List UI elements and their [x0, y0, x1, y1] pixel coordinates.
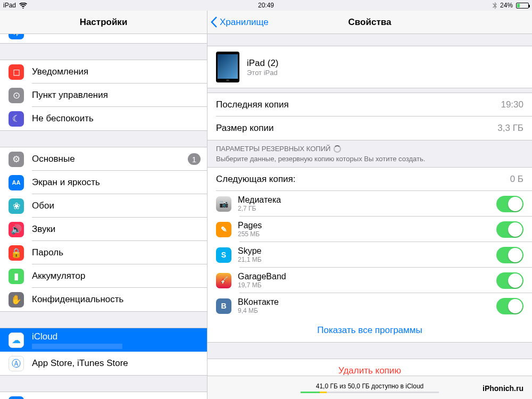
device-row: iPad (2) Этот iPad [207, 46, 532, 88]
last-backup-label: Последняя копия [216, 99, 501, 110]
storage-text: 41,0 ГБ из 50,0 ГБ доступно в iCloud [316, 383, 424, 390]
spinner-icon [334, 145, 341, 153]
back-label: Хранилище [220, 17, 269, 28]
app-name: Skype [238, 246, 496, 256]
app-name: GarageBand [238, 272, 496, 281]
sidebar-item-passcode[interactable]: 🔒 Пароль [0, 241, 207, 264]
row-last-backup: Последняя копия 19:30 [207, 93, 532, 117]
status-device: iPad [3, 2, 16, 9]
status-time: 20:49 [258, 2, 274, 9]
sidebar-item-general[interactable]: ⚙ Основные 1 [0, 147, 207, 171]
battery-icon: ▮ [9, 269, 24, 284]
toggle-switch[interactable] [496, 196, 523, 212]
sidebar-item-label: App Store, iTunes Store [32, 358, 207, 369]
status-bar: iPad 20:49 24% [0, 0, 532, 11]
control-center-icon: ⊙ [9, 88, 24, 103]
app-row: 🎸GarageBand19,7 МБ [207, 268, 532, 293]
size-label: Размер копии [216, 123, 497, 134]
row-next-backup: Следующая копия: 0 Б [207, 168, 532, 191]
sidebar-item-label: Bluetooth [32, 34, 180, 37]
show-all-apps-button[interactable]: Показать все программы [207, 319, 532, 342]
badge-count: 1 [188, 153, 201, 165]
device-name: iPad (2) [247, 58, 279, 69]
app-name: Pages [238, 221, 496, 230]
toggle-switch[interactable] [496, 298, 523, 314]
sidebar-item-detail: Вкл. [180, 34, 198, 37]
ipad-icon [216, 52, 239, 82]
sidebar-item-label: Не беспокоить [32, 113, 207, 124]
cloud-icon: ☁ [9, 332, 24, 348]
sidebar-item-appstore[interactable]: Ⓐ App Store, iTunes Store [0, 352, 207, 375]
device-sub: Этот iPad [247, 69, 279, 77]
toggle-switch[interactable] [496, 272, 523, 289]
detail-title: Свойства [348, 17, 392, 28]
notifications-icon: ◻︎ [9, 64, 24, 80]
sidebar-item-label: iCloud [32, 331, 122, 342]
sidebar-item-label: Основные [32, 154, 188, 164]
sidebar-item-label: Обои [32, 201, 207, 211]
app-row: ✎Pages255 МБ [207, 217, 532, 242]
sidebar-item-wallpaper[interactable]: ❀ Обои [0, 194, 207, 218]
sidebar-item-label: Пункт управления [32, 90, 207, 101]
app-icon: 📷 [216, 196, 231, 212]
sidebar-item-icloud[interactable]: ☁ iCloud [0, 328, 207, 352]
sidebar-item-label: Конфиденциальность [32, 294, 207, 305]
app-name: Медиатека [238, 195, 496, 205]
sidebar-item-label: Пароль [32, 247, 207, 258]
icloud-account-redacted [32, 344, 122, 349]
sidebar-item-privacy[interactable]: ✋ Конфиденциальность [0, 288, 207, 311]
section-caption: Выберите данные, резервную копию которых… [207, 155, 532, 167]
sidebar-item-display[interactable]: AA Экран и яркость [0, 171, 207, 194]
sidebar-item-sounds[interactable]: 🔊 Звуки [0, 218, 207, 241]
sound-icon: 🔊 [9, 222, 24, 237]
next-backup-label: Следующая копия: [216, 174, 510, 185]
sidebar-item-bluetooth[interactable]: Bluetooth Вкл. [0, 34, 207, 43]
sidebar-item-label: Звуки [32, 224, 207, 235]
app-size: 2,7 ГБ [238, 205, 496, 212]
toggle-switch[interactable] [496, 247, 523, 263]
wifi-icon [19, 3, 27, 9]
storage-bar [301, 392, 439, 393]
section-header-options: ПАРАМЕТРЫ РЕЗЕРВНЫХ КОПИЙ [207, 140, 532, 155]
row-backup-size: Размер копии 3,3 ГБ [207, 117, 532, 140]
app-icon: B [216, 298, 231, 314]
moon-icon: ☾ [9, 111, 24, 127]
sidebar-item-label: Уведомления [32, 66, 207, 77]
back-button[interactable]: Хранилище [207, 16, 269, 28]
sidebar-item-dnd[interactable]: ☾ Не беспокоить [0, 107, 207, 130]
app-icon: S [216, 247, 231, 263]
bluetooth-icon [493, 2, 497, 9]
bluetooth-icon [9, 34, 24, 39]
sidebar-item-control-center[interactable]: ⊙ Пункт управления [0, 84, 207, 107]
next-backup-value: 0 Б [510, 174, 523, 185]
detail-nav: Хранилище Свойства [207, 11, 532, 34]
hand-icon: ✋ [9, 292, 24, 307]
sidebar-title: Настройки [80, 17, 128, 28]
app-name: ВКонтакте [238, 297, 496, 307]
detail-pane: Хранилище Свойства iPad (2) Этот iPad По… [207, 11, 532, 399]
size-value: 3,3 ГБ [497, 123, 523, 134]
appstore-icon: Ⓐ [9, 356, 24, 371]
app-row: SSkype21,1 МБ [207, 242, 532, 268]
app-size: 21,1 МБ [238, 256, 496, 263]
settings-sidebar: Настройки Bluetooth Вкл. ◻︎ Уведомления [0, 11, 207, 399]
app-size: 255 МБ [238, 230, 496, 238]
watermark: iPhonich.ru [479, 384, 523, 393]
app-row: 📷Медиатека2,7 ГБ [207, 191, 532, 217]
display-icon: AA [9, 175, 24, 190]
app-icon: ✎ [216, 222, 231, 237]
app-size: 9,4 МБ [238, 307, 496, 314]
last-backup-value: 19:30 [501, 99, 523, 110]
wallpaper-icon: ❀ [9, 198, 24, 214]
sidebar-item-notifications[interactable]: ◻︎ Уведомления [0, 60, 207, 84]
sidebar-header: Настройки [0, 11, 207, 34]
sidebar-item-battery[interactable]: ▮ Аккумулятор [0, 264, 207, 288]
app-icon: 🎸 [216, 273, 231, 288]
battery-pct: 24% [500, 2, 513, 9]
sidebar-item-label: Аккумулятор [32, 271, 207, 281]
gear-icon: ⚙ [9, 152, 24, 167]
lock-icon: 🔒 [9, 245, 24, 261]
toggle-switch[interactable] [496, 221, 523, 238]
battery-icon [516, 3, 529, 9]
sidebar-item-cut[interactable] [0, 392, 207, 399]
